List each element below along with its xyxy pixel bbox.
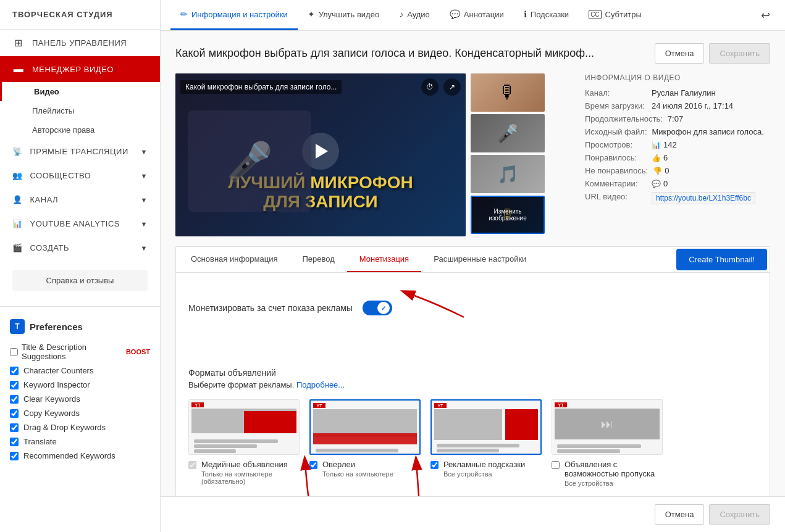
tab-audio-icon: ♪ bbox=[399, 9, 403, 19]
thumbnail-3[interactable]: 🎵 bbox=[471, 155, 545, 193]
cancel-button-top[interactable]: Отмена bbox=[655, 43, 705, 64]
monetize-section: Монетизировать за счет показа рекламы ✓ bbox=[176, 283, 770, 348]
ad-formats-subtitle: Выберите формат рекламы. Подробнее... bbox=[188, 380, 757, 389]
chevron-community-icon: ▼ bbox=[141, 172, 148, 180]
page-title: Какой микрофон выбрать для записи голоса… bbox=[175, 47, 594, 60]
ad-overlay-checkbox-row: Оверлеи Только на компьютере bbox=[309, 460, 421, 478]
sidebar-sub-video[interactable]: Видео bbox=[0, 82, 160, 101]
ad-skippable-image: YT ⏭ bbox=[552, 399, 663, 455]
monetize-row: Монетизировать за счет показа рекламы ✓ bbox=[188, 293, 757, 323]
video-player: Какой микрофон выбрать для записи голо..… bbox=[175, 73, 466, 236]
pref-recommended-keywords: Recommended Keywords bbox=[10, 449, 150, 463]
content-area: Какой микрофон выбрать для записи голоса… bbox=[161, 31, 785, 496]
tab-annotations[interactable]: 💬 Аннотации bbox=[440, 0, 514, 30]
sidebar-sub-playlists[interactable]: Плейлисты bbox=[0, 101, 160, 120]
pref-clear-keywords: Clear Keywords bbox=[10, 392, 150, 406]
ad-sponsored-checkbox[interactable] bbox=[430, 461, 439, 469]
thumbnail-2[interactable]: 🎤 bbox=[471, 114, 545, 152]
ad-skippable-checkbox[interactable] bbox=[552, 461, 560, 469]
clear-keywords-checkbox[interactable] bbox=[10, 395, 19, 404]
monetize-toggle[interactable]: ✓ bbox=[363, 301, 392, 315]
ad-format-skippable: YT ⏭ bbox=[552, 399, 663, 487]
sidebar-item-video-manager[interactable]: ▬ МЕНЕДЖЕР ВИДЕО bbox=[0, 56, 160, 82]
video-info-header: ИНФОРМАЦИЯ О ВИДЕО bbox=[585, 73, 770, 82]
keyword-inspector-checkbox[interactable] bbox=[10, 381, 19, 389]
preferences-title: T Preferences bbox=[10, 319, 150, 334]
sidebar-item-analytics[interactable]: 📊 YOUTUBE ANALYTICS ▼ bbox=[0, 212, 160, 236]
top-nav: ✏ Информация и настройки ✦ Улучшить виде… bbox=[161, 0, 785, 31]
sub-tab-monetization[interactable]: Монетизация bbox=[347, 247, 421, 272]
sidebar-item-dashboard[interactable]: ⊞ ПАНЕЛЬ УПРАВЛЕНИЯ bbox=[0, 30, 160, 56]
sub-tab-advanced[interactable]: Расширенные настройки bbox=[421, 247, 539, 272]
ad-overlay-checkbox[interactable] bbox=[309, 461, 317, 469]
pref-copy-keywords: Copy Keywords bbox=[10, 406, 150, 420]
recommended-keywords-checkbox[interactable] bbox=[10, 452, 19, 460]
back-button[interactable]: ↩ bbox=[756, 4, 775, 27]
title-desc-checkbox[interactable] bbox=[10, 348, 18, 356]
tab-improve-icon: ✦ bbox=[308, 9, 315, 19]
tab-info[interactable]: ✏ Информация и настройки bbox=[170, 0, 298, 30]
cancel-button-bottom[interactable]: Отмена bbox=[655, 504, 705, 525]
pref-drag-drop-keywords: Drag & Drop Keywords bbox=[10, 420, 150, 434]
video-share-icon[interactable]: ↗ bbox=[443, 78, 461, 96]
info-row-source-file: Исходный файл: Микрофон для записи голос… bbox=[585, 127, 770, 136]
ad-formats-section: Форматы объявлений Выберите формат рекла… bbox=[176, 358, 770, 496]
video-manager-icon: ▬ bbox=[12, 64, 25, 75]
thumbnail-1[interactable]: 🎙 bbox=[471, 73, 545, 112]
help-button[interactable]: Справка и отзывы bbox=[12, 270, 148, 291]
sidebar-item-community[interactable]: 👥 СООБЩЕСТВО ▼ bbox=[0, 164, 160, 188]
drag-drop-keywords-checkbox[interactable] bbox=[10, 423, 19, 432]
chevron-channel-icon: ▼ bbox=[141, 196, 148, 204]
sidebar-item-channel[interactable]: 👤 КАНАЛ ▼ bbox=[0, 188, 160, 212]
save-button-bottom[interactable]: Сохранить bbox=[709, 504, 770, 525]
ad-formats-link[interactable]: Подробнее... bbox=[296, 380, 345, 389]
sidebar-item-create[interactable]: 🎬 СОЗДАТЬ ▼ bbox=[0, 236, 160, 260]
sidebar-sub-copyright[interactable]: Авторские права bbox=[0, 120, 160, 139]
info-row-comments: Комментарии: 💬 0 bbox=[585, 179, 770, 188]
ad-mock-display: YT bbox=[189, 400, 299, 454]
channel-icon: 👤 bbox=[12, 195, 23, 204]
pref-keyword-inspector: Keyword Inspector bbox=[10, 378, 150, 392]
video-title-overlay: Какой микрофон выбрать для записи голо..… bbox=[180, 80, 342, 94]
video-clock-icon[interactable]: ⏱ bbox=[421, 78, 439, 96]
ad-formats-with-arrows: YT bbox=[188, 399, 757, 487]
character-counters-checkbox[interactable] bbox=[10, 367, 19, 375]
comments-icon: 💬 bbox=[652, 180, 661, 188]
info-row-channel: Канал: Руслан Галиулин bbox=[585, 88, 770, 98]
create-icon: 🎬 bbox=[12, 243, 23, 252]
change-image-overlay[interactable]: Изменить изображение bbox=[472, 197, 544, 233]
ad-formats-grid: YT bbox=[188, 399, 757, 487]
ad-display-checkbox[interactable] bbox=[188, 461, 196, 469]
analytics-icon: 📊 bbox=[12, 219, 23, 228]
info-row-duration: Продолжительность: 7:07 bbox=[585, 114, 770, 123]
ad-format-overlay: YT О bbox=[309, 399, 421, 487]
ad-mock-sponsored: YT bbox=[432, 401, 540, 454]
tab-hints[interactable]: ℹ Подсказки bbox=[514, 0, 579, 30]
sub-tab-basic[interactable]: Основная информация bbox=[178, 247, 290, 272]
tab-info-icon: ✏ bbox=[180, 9, 188, 19]
sidebar-item-live[interactable]: 📡 ПРЯМЫЕ ТРАНСЛЯЦИИ ▼ bbox=[0, 139, 160, 164]
ad-format-sponsored: YT bbox=[430, 399, 542, 487]
save-button-top[interactable]: Сохранить bbox=[709, 43, 770, 64]
video-top-bar: Какой микрофон выбрать для записи голо..… bbox=[180, 78, 461, 96]
tab-subtitles[interactable]: CC Субтитры bbox=[579, 0, 652, 30]
tab-subtitles-icon: CC bbox=[589, 10, 601, 19]
tab-audio[interactable]: ♪ Аудио bbox=[389, 0, 440, 30]
sub-tab-translation[interactable]: Перевод bbox=[290, 247, 347, 272]
create-thumbnail-button[interactable]: Create Thumbnail! bbox=[676, 249, 767, 270]
video-main-layout: Какой микрофон выбрать для записи голо..… bbox=[175, 73, 770, 236]
sub-tabs-container: Основная информация Перевод Монетизация … bbox=[175, 246, 770, 496]
community-icon: 👥 bbox=[12, 171, 23, 180]
tab-improve[interactable]: ✦ Улучшить видео bbox=[298, 0, 390, 30]
toggle-knob: ✓ bbox=[377, 302, 390, 314]
preferences-section: T Preferences Title & Description Sugges… bbox=[0, 312, 160, 470]
pref-translate: Translate bbox=[10, 434, 150, 449]
copy-keywords-checkbox[interactable] bbox=[10, 409, 19, 418]
title-desc-suggestions: Title & Description Suggestions BOOST bbox=[10, 340, 150, 364]
thumbnail-4-selected[interactable]: 🎙 Изменить изображение bbox=[471, 196, 545, 234]
translate-checkbox[interactable] bbox=[10, 438, 19, 446]
video-mic-visual: 🎤 bbox=[188, 110, 311, 212]
arrow-to-toggle bbox=[414, 293, 489, 323]
ad-mock-skippable: YT ⏭ bbox=[552, 400, 662, 454]
live-icon: 📡 bbox=[12, 147, 23, 156]
